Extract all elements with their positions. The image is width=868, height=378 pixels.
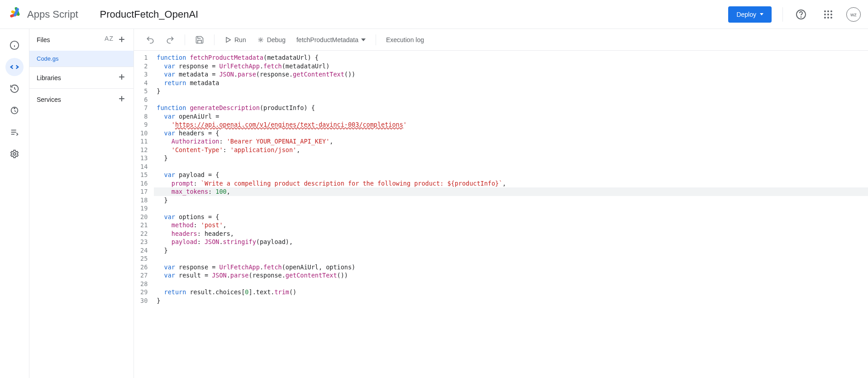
- svg-marker-30: [226, 37, 230, 42]
- main-area: Run Debug fetchProductMetadata Execution…: [134, 29, 868, 378]
- apps-grid-icon[interactable]: [819, 5, 837, 24]
- files-panel: Files AZ Code.gs Libraries Services: [29, 29, 134, 378]
- add-library-icon[interactable]: [117, 72, 126, 83]
- toolbar: Run Debug fetchProductMetadata Execution…: [134, 29, 868, 51]
- svg-point-19: [14, 108, 15, 109]
- avatar[interactable]: wz: [846, 7, 861, 22]
- run-button[interactable]: Run: [220, 33, 251, 46]
- code-content[interactable]: function fetchProductMetadata(metadataUr…: [154, 53, 868, 378]
- svg-point-11: [830, 14, 832, 15]
- debug-button[interactable]: Debug: [253, 33, 290, 46]
- function-selector[interactable]: fetchProductMetadata: [292, 33, 370, 46]
- services-section-head: Services: [29, 88, 134, 110]
- code-editor[interactable]: 1234567891011121314151617181920212223242…: [134, 51, 868, 378]
- svg-point-13: [827, 17, 829, 19]
- libraries-section-head: Libraries: [29, 67, 134, 88]
- redo-icon[interactable]: [161, 33, 179, 47]
- nav-rail: [0, 29, 29, 378]
- settings-icon[interactable]: [5, 145, 24, 163]
- svg-point-6: [824, 10, 826, 12]
- line-numbers: 1234567891011121314151617181920212223242…: [134, 53, 154, 378]
- svg-marker-32: [361, 38, 366, 41]
- add-file-icon[interactable]: [117, 35, 126, 45]
- project-name[interactable]: ProductFetch_OpenAI: [100, 9, 729, 20]
- svg-point-14: [830, 17, 832, 19]
- svg-point-31: [260, 39, 262, 41]
- overview-icon[interactable]: [5, 36, 24, 54]
- svg-point-5: [801, 17, 801, 17]
- files-section-head: Files AZ: [29, 29, 134, 51]
- apps-script-logo: [7, 6, 24, 23]
- files-label: Files: [37, 36, 50, 43]
- execution-log-rail-icon[interactable]: [5, 123, 24, 141]
- svg-point-9: [824, 14, 826, 15]
- svg-point-12: [824, 17, 826, 19]
- add-service-icon[interactable]: [117, 94, 126, 105]
- file-item[interactable]: Code.gs: [29, 51, 134, 67]
- execution-log-button[interactable]: Execution log: [382, 33, 429, 46]
- triggers-icon[interactable]: [5, 80, 24, 98]
- sort-az-icon[interactable]: AZ: [105, 35, 114, 45]
- editor-icon[interactable]: [5, 58, 24, 76]
- svg-point-23: [13, 153, 16, 155]
- svg-point-10: [827, 14, 829, 15]
- save-icon[interactable]: [191, 33, 209, 47]
- divider: [782, 7, 783, 22]
- svg-point-8: [830, 10, 832, 12]
- svg-point-7: [827, 10, 829, 12]
- app-name: Apps Script: [27, 9, 78, 20]
- libraries-label: Libraries: [37, 74, 61, 81]
- executions-icon[interactable]: [5, 101, 24, 120]
- services-label: Services: [37, 96, 61, 103]
- help-icon[interactable]: [792, 5, 810, 24]
- deploy-button[interactable]: Deploy: [728, 6, 772, 23]
- undo-icon[interactable]: [141, 33, 159, 47]
